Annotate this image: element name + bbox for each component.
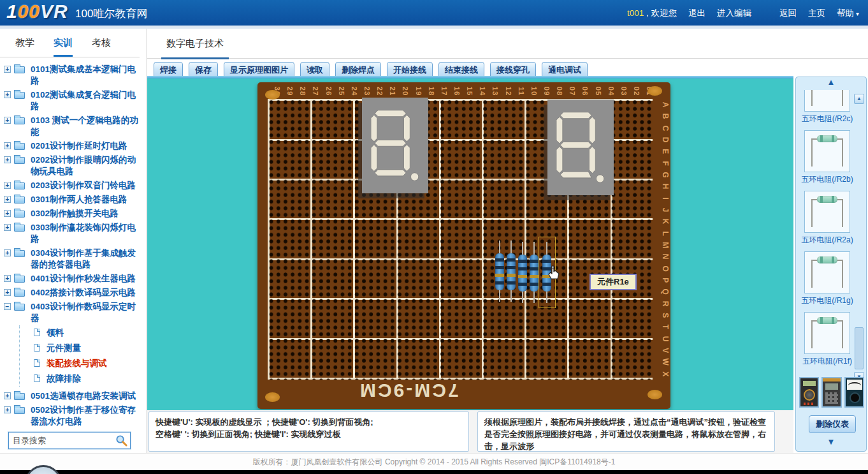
scroll-up-arrow-icon[interactable]: ▲ [796,77,866,89]
tab-assessment[interactable]: 考核 [92,37,111,57]
tree-item[interactable]: +0501选通锁存电路安装调试 [3,389,143,403]
column-number: 21 [382,85,396,98]
mounting-pad [265,392,280,402]
board-size-label: 7CM-9CM [358,380,459,401]
component-thumbnail[interactable] [804,130,850,172]
expand-icon[interactable]: + [4,249,11,256]
resistor-component[interactable] [506,241,516,302]
enter-edit-link[interactable]: 进入编辑 [717,8,751,19]
expand-icon[interactable]: + [4,182,11,189]
component-thumbnail[interactable] [804,312,850,354]
resistor-component[interactable] [495,241,505,302]
resistor-component[interactable] [517,242,528,303]
component-thumbnail[interactable] [804,251,850,293]
help-link[interactable]: 帮助▾ [837,8,859,19]
top-header: 100VR 100唯尔教育网 t001 , 欢迎您 退出 进入编辑 返回 主页 … [0,0,868,26]
search-icon[interactable] [115,434,127,447]
expand-icon[interactable]: + [4,406,11,413]
home-link[interactable]: 主页 [808,8,825,19]
tree-item-label: 0103 测试一个逻辑电路的功能 [31,115,138,137]
tree-item[interactable]: +0401设计制作秒发生器电路 [3,272,143,286]
expand-icon[interactable]: + [4,66,11,73]
analog-multimeter-icon[interactable] [844,377,864,408]
delete-instrument-button[interactable]: 删除仪表 [809,415,856,433]
folder-icon [14,393,25,400]
simulation-canvas[interactable]: 3029282726252423222120191817161514131211… [147,78,793,410]
perfboard[interactable]: 3029282726252423222120191817161514131211… [257,82,670,409]
expand-icon[interactable]: + [4,91,11,98]
panel-scrollbar[interactable]: ▲ ▼ [854,94,864,382]
copyright-text: 版权所有：厦门凤凰创壹软件有限公司 Copyright © 2014 - 201… [253,457,616,466]
tree-item[interactable]: +0502设计制作基于移位寄存器流水灯电路 [3,403,143,429]
seven-segment-display-2[interactable] [547,100,614,195]
tree-item-label: 0301制作两人抢答器电路 [31,195,127,204]
tree-item[interactable]: +0301制作两人抢答器电路 [3,193,143,207]
subtree-item-selected[interactable]: 装配接线与调试 [20,356,142,371]
component-item[interactable]: 五环电阻(/R1f) [799,312,855,367]
component-label: 五环电阻(/R2c) [799,114,855,124]
tab-digital-electronics[interactable]: 数字电子技术 [161,38,229,59]
logo-part: 00 [18,1,40,22]
column-number: 16 [447,85,461,98]
tree-item[interactable]: +0102测试集成复合逻辑门电路 [3,88,143,114]
resistor-icon [811,137,843,167]
tree-item[interactable]: +0103 测试一个逻辑电路的功能 [3,114,143,139]
column-number: 02 [626,85,640,98]
scrollbar-up-button[interactable]: ▲ [854,94,864,104]
component-item[interactable]: 五环电阻(/R2c) [799,90,855,124]
back-link[interactable]: 返回 [779,8,797,19]
header-nav: t001 , 欢迎您 退出 进入编辑 返回 主页 帮助▾ [627,8,859,19]
row-letter: M [658,241,669,248]
expand-icon[interactable]: + [4,275,11,282]
tree-item-label: 0501选通锁存电路安装调试 [31,391,136,401]
expand-icon[interactable]: + [4,117,11,124]
component-item[interactable]: 五环电阻(/R2a) [799,191,855,246]
subtree-item[interactable]: 元件测量 [20,341,142,356]
tree-item[interactable]: +0304设计制作基于集成触发器的抢答器电路 [3,246,143,272]
column-number: 22 [370,85,384,98]
logo[interactable]: 100VR [6,1,68,22]
expand-icon[interactable]: + [4,210,11,217]
tree-item[interactable]: +0402搭接计数译码显示电路 [3,286,143,300]
resistor-component[interactable] [529,242,539,303]
expand-icon[interactable]: + [4,156,11,163]
tree-item[interactable]: +0202设计制作眼睛闪烁的动物玩具电路 [3,153,143,179]
subtree-item[interactable]: 领料 [20,325,142,341]
mounting-pad [265,90,280,100]
tree-item-label: 0502设计制作基于移位寄存器流水灯电路 [31,405,136,426]
scrollbar-thumb[interactable] [855,327,864,369]
tab-training[interactable]: 实训 [54,37,73,57]
tree-item[interactable]: +0203设计制作双音门铃电路 [3,179,143,193]
component-item[interactable]: 五环电阻(/R2b) [799,130,855,185]
tab-teaching[interactable]: 教学 [15,37,34,57]
scroll-down-arrow-icon[interactable]: ▼ [796,437,866,448]
expand-icon[interactable]: + [4,289,11,296]
tree-item[interactable]: +0101测试集成基本逻辑门电路 [3,63,143,88]
tree-item-expanded[interactable]: −0403设计制作数码显示定时器 领料 元件测量 装配接线与调试 故障排除 [3,300,143,389]
row-letter: I [658,195,669,202]
seven-segment-display-1[interactable] [362,98,428,193]
logout-link[interactable]: 退出 [688,8,705,19]
search-input[interactable] [13,434,112,447]
column-number: 11 [511,85,525,98]
handheld-meter-icon[interactable] [821,377,841,408]
column-number: 06 [575,85,589,98]
expand-icon[interactable]: + [4,142,11,149]
expand-icon[interactable]: + [4,196,11,203]
tree-item[interactable]: +0302制作触摸开关电路 [3,207,143,221]
row-letter: D [658,136,669,143]
tree-item[interactable]: +0303制作瀛花装饰闪烁灯电路 [3,221,143,246]
collapse-icon[interactable]: − [4,303,11,310]
column-number: 24 [344,85,358,98]
tree-item[interactable]: +0201设计制作延时灯电路 [3,139,143,153]
folder-icon [14,117,25,124]
expand-icon[interactable]: + [4,392,11,399]
column-number: 03 [614,85,628,98]
component-item[interactable]: 五环电阻(/R1g) [799,251,855,306]
expand-icon[interactable]: + [4,224,11,231]
instruction-hint-box: 须根据原理图片，装配布局并接线焊接，通过点击“通电调试”按钮，验证检查是否完全按… [477,411,775,452]
digital-multimeter-icon[interactable] [799,377,819,408]
component-thumbnail[interactable] [804,90,850,112]
component-thumbnail[interactable] [804,191,850,233]
subtree-item[interactable]: 故障排除 [20,371,142,387]
